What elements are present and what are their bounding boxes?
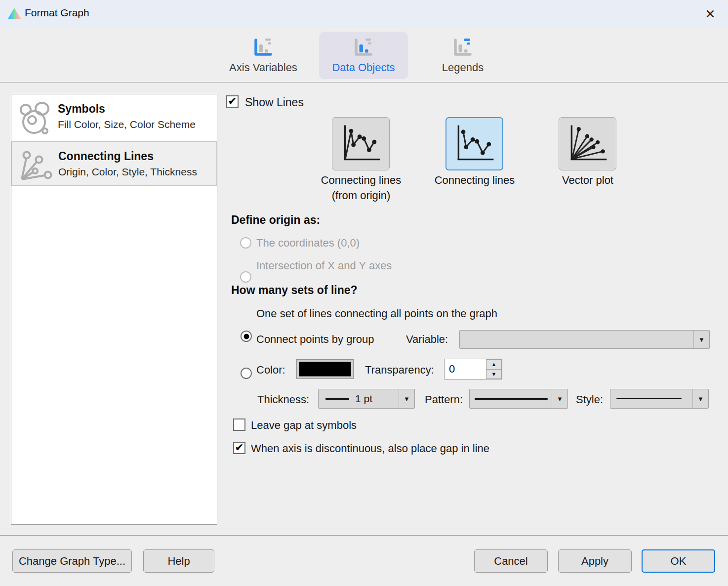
sidebar-item-subtitle: Fill Color, Size, Color Scheme	[58, 119, 196, 130]
color-swatch-fill	[299, 362, 351, 377]
style-label: Style:	[576, 393, 603, 406]
style-line-sample	[616, 398, 682, 399]
define-origin-heading: Define origin as:	[231, 213, 320, 227]
tile-caption: (from origin)	[332, 189, 391, 202]
thickness-dropdown[interactable]: 1 pt ▼	[318, 389, 415, 409]
sidebar-item-connecting-lines[interactable]: Connecting Lines Origin, Color, Style, T…	[11, 141, 217, 186]
chevron-down-icon: ▼	[692, 389, 708, 408]
tab-label: Axis Variables	[229, 61, 297, 74]
thickness-value: 1 pt	[355, 393, 372, 405]
vector-plot-icon	[564, 121, 611, 167]
tile-caption: Connecting lines	[435, 174, 515, 187]
check-icon: ✔	[228, 96, 237, 107]
axis-gap-checkbox[interactable]: ✔	[233, 442, 245, 454]
axis-gap-label: When axis is discontinuous, also place g…	[251, 442, 489, 455]
data-objects-chart-icon	[353, 38, 374, 58]
tab-legends[interactable]: Legends	[418, 32, 507, 79]
window-title: Format Graph	[25, 7, 89, 19]
sidebar-item-title: Symbols	[58, 102, 196, 116]
sidebar-item-symbols[interactable]: Symbols Fill Color, Size, Color Scheme	[11, 94, 217, 141]
pattern-line-sample	[475, 398, 548, 400]
thickness-line-sample	[325, 398, 349, 400]
leave-gap-checkbox[interactable]	[233, 419, 245, 431]
connecting-lines-icon	[18, 148, 56, 182]
style-dropdown[interactable]: ▼	[610, 389, 709, 409]
show-lines-label: Show Lines	[245, 96, 304, 109]
sidebar-item-title: Connecting Lines	[58, 150, 197, 163]
by-group-label: Connect points by group	[256, 333, 374, 346]
sets-of-line-heading: How many sets of line?	[231, 284, 358, 297]
transparency-spinner: ▲ ▼	[444, 359, 502, 379]
tab-data-objects[interactable]: Data Objects	[319, 32, 408, 79]
connecting-lines-from-origin-icon	[337, 121, 385, 167]
check-icon: ✔	[235, 442, 243, 453]
chevron-down-icon: ▼	[552, 389, 567, 408]
spin-up-icon[interactable]: ▲	[486, 359, 502, 370]
footer-divider	[0, 535, 728, 536]
apply-button[interactable]: Apply	[558, 549, 632, 573]
connecting-lines-from-origin-tile[interactable]	[332, 117, 390, 170]
origin-coordinates-label: The coordinates (0,0)	[256, 237, 360, 250]
legends-chart-icon	[452, 38, 474, 58]
one-set-label: One set of lines connecting all points o…	[256, 307, 497, 320]
origin-coordinates-radio[interactable]	[240, 237, 251, 249]
show-lines-checkbox[interactable]: ✔	[226, 95, 239, 108]
line-color-swatch[interactable]	[296, 359, 354, 379]
tile-caption: Connecting lines	[321, 174, 402, 187]
sidebar-item-subtitle: Origin, Color, Style, Thickness	[58, 166, 197, 178]
title-bar: Format Graph ✕	[0, 0, 728, 28]
change-graph-type-button[interactable]: Change Graph Type...	[12, 549, 132, 573]
cancel-button[interactable]: Cancel	[474, 549, 548, 573]
color-label: Color:	[256, 364, 285, 377]
tab-label: Legends	[442, 61, 484, 74]
tab-label: Data Objects	[332, 61, 395, 74]
ok-button[interactable]: OK	[642, 549, 715, 573]
prism-logo-icon	[7, 7, 21, 20]
connecting-lines-tile[interactable]	[445, 117, 503, 170]
by-group-radio[interactable]	[241, 368, 252, 379]
connecting-lines-chart-icon	[451, 121, 498, 167]
spinner-buttons: ▲ ▼	[486, 359, 502, 379]
tab-axis-variables[interactable]: Axis Variables	[219, 32, 308, 79]
leave-gap-label: Leave gap at symbols	[251, 419, 357, 432]
chevron-down-icon: ▼	[693, 331, 709, 348]
pattern-dropdown[interactable]: ▼	[469, 389, 568, 409]
axis-variables-chart-icon	[252, 38, 274, 58]
variable-label: Variable:	[406, 333, 448, 346]
vector-plot-tile[interactable]	[559, 117, 616, 170]
chevron-down-icon: ▼	[399, 389, 414, 408]
symbols-icon	[17, 100, 56, 136]
transparency-input[interactable]	[445, 359, 486, 379]
origin-intersection-label: Intersection of X and Y axes	[256, 259, 392, 272]
one-set-radio[interactable]	[241, 331, 252, 342]
tile-caption: Vector plot	[562, 174, 613, 187]
spin-down-icon[interactable]: ▼	[486, 370, 502, 379]
variable-dropdown[interactable]: ▼	[459, 330, 710, 349]
tab-bar: Axis Variables Data Objects Legends	[0, 28, 728, 82]
transparency-label: Transparency:	[365, 364, 434, 377]
pattern-label: Pattern:	[425, 393, 463, 406]
data-objects-list: Symbols Fill Color, Size, Color Scheme C…	[11, 94, 217, 525]
thickness-label: Thickness:	[257, 393, 309, 406]
origin-intersection-radio[interactable]	[240, 271, 251, 283]
help-button[interactable]: Help	[143, 549, 214, 573]
tabbar-divider	[0, 82, 728, 83]
format-graph-dialog: Format Graph ✕ Axis Variables Data Objec…	[0, 0, 728, 586]
close-icon[interactable]: ✕	[699, 4, 721, 24]
